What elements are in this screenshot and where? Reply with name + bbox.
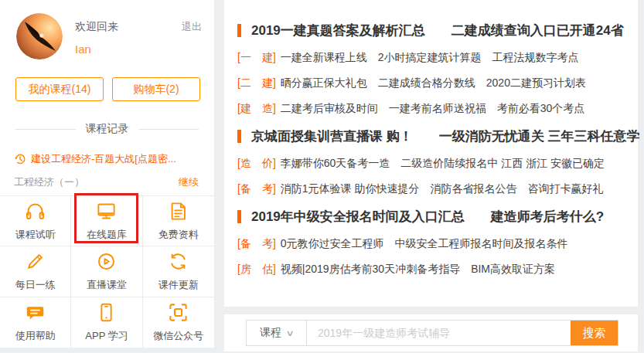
avatar[interactable] bbox=[16, 13, 63, 59]
headline-bar bbox=[237, 24, 241, 37]
feature-wechat-official-account[interactable]: 微信公众号 bbox=[143, 297, 214, 348]
feature-free-materials[interactable]: 免费资料 bbox=[143, 196, 214, 246]
news-section-3: 2019年中级安全报名时间及入口汇总 建造师考后考什么? [备 考] 0元教你过… bbox=[237, 208, 638, 277]
news-card: 2019一建真题答案及解析汇总 二建成绩查询入口已开通24省 [一 建] 一建全… bbox=[224, 0, 638, 307]
headline-text: 2019一建真题答案及解析汇总 二建成绩查询入口已开通24省 bbox=[251, 22, 624, 39]
feature-live-classroom[interactable]: 直播课堂 bbox=[71, 246, 142, 297]
play-circle-icon bbox=[96, 251, 117, 272]
last-course-name: 建设工程经济-百题大战[点题密... bbox=[31, 152, 176, 166]
refresh-icon bbox=[168, 251, 189, 272]
qr-scan-icon bbox=[168, 302, 189, 323]
feature-label: 每日一练 bbox=[15, 278, 56, 292]
feature-courseware-update[interactable]: 课件更新 bbox=[143, 246, 214, 297]
news-section-1: 2019一建真题答案及解析汇总 二建成绩查询入口已开通24省 [一 建] 一建全… bbox=[237, 22, 638, 116]
feature-app-learning[interactable]: APP 学习 bbox=[71, 297, 142, 348]
last-course-subrow: 工程经济（一） 继续 bbox=[14, 175, 199, 189]
feature-grid: 课程试听 在线题库 免费资料 bbox=[0, 195, 214, 348]
news-item[interactable]: [备 考] 0元教你过安全工程师 中级安全工程师报名时间及报名条件 bbox=[237, 236, 638, 251]
news-item-text: 视频|2019房估考前30天冲刺备考指导 BIM高效取证方案 bbox=[281, 262, 555, 277]
news-item-text: 消防1元体验课 助你快速提分 消防各省报名公告 咨询打卡赢好礼 bbox=[281, 182, 604, 196]
divider-line bbox=[139, 129, 199, 130]
last-course-chapter: 工程经济（一） bbox=[14, 175, 84, 189]
search-bar: 课程 ∨ 搜索 bbox=[246, 320, 618, 346]
course-record-title: 课程记录 bbox=[86, 122, 129, 136]
profile-text: 欢迎回来 Ian bbox=[75, 13, 182, 59]
feature-label: 微信公众号 bbox=[153, 329, 203, 343]
chevron-down-icon: ∨ bbox=[285, 328, 294, 338]
eagle-avatar-image bbox=[16, 13, 63, 59]
feature-label: APP 学习 bbox=[85, 329, 128, 343]
feature-label: 使用帮助 bbox=[15, 329, 56, 343]
news-tag: [一 建] bbox=[237, 50, 276, 65]
search-category-value: 课程 bbox=[260, 326, 281, 340]
welcome-text: 欢迎回来 bbox=[75, 20, 182, 34]
my-courses-button[interactable]: 我的课程(14) bbox=[15, 77, 104, 101]
search-button[interactable]: 搜索 bbox=[571, 321, 618, 345]
headline-bar bbox=[237, 210, 241, 223]
course-record-header: 课程记录 bbox=[15, 122, 199, 136]
news-tag: [备 考] bbox=[237, 236, 276, 251]
news-headline[interactable]: 2019年中级安全报名时间及入口汇总 建造师考后考什么? bbox=[237, 208, 638, 226]
news-item[interactable]: [房 估] 视频|2019房估考前30天冲刺备考指导 BIM高效取证方案 bbox=[237, 262, 638, 277]
news-item-text: 李娜带你60天备考一造 二级造价陆续报名中 江西 浙江 安徽已确定 bbox=[281, 156, 605, 171]
smartphone-icon bbox=[96, 302, 117, 323]
search-category-dropdown[interactable]: 课程 ∨ bbox=[247, 321, 307, 345]
feature-label: 课件更新 bbox=[158, 278, 199, 292]
news-tag: [建 造] bbox=[237, 101, 276, 116]
monitor-icon bbox=[96, 201, 117, 222]
news-tag: [二 建] bbox=[237, 76, 276, 90]
news-item[interactable]: [二 建] 晒分赢正保大礼包 二建成绩合格分数线 2020二建预习计划表 bbox=[237, 76, 638, 90]
cart-button[interactable]: 购物车(2) bbox=[112, 77, 200, 101]
search-card: 课程 ∨ 搜索 bbox=[224, 314, 638, 351]
news-item-text: 二建考后审核及时间 一建考前名师送祝福 考前必看30个考点 bbox=[281, 101, 585, 116]
user-panel: 欢迎回来 Ian 退出 我的课程(14) 购物车(2) 课程记录 建设工程经济-… bbox=[0, 0, 214, 348]
headline-text: 2019年中级安全报名时间及入口汇总 建造师考后考什么? bbox=[251, 208, 604, 226]
document-icon bbox=[168, 201, 189, 222]
news-item[interactable]: [备 考] 消防1元体验课 助你快速提分 消防各省报名公告 咨询打卡赢好礼 bbox=[237, 182, 638, 196]
profile-row: 欢迎回来 Ian 退出 bbox=[0, 0, 214, 59]
headline-bar bbox=[237, 130, 241, 143]
news-item-text: 0元教你过安全工程师 中级安全工程师报名时间及报名条件 bbox=[281, 236, 568, 251]
news-item[interactable]: [一 建] 一建全新课程上线 2小时搞定建筑计算题 工程法规数字考点 bbox=[237, 50, 638, 65]
news-headline[interactable]: 京城面授集训营直播课 购！ 一级消防无忧通关 三年三科任意学 bbox=[237, 127, 638, 145]
feature-label: 直播课堂 bbox=[87, 278, 127, 292]
pencil-icon bbox=[25, 251, 46, 272]
continue-link[interactable]: 继续 bbox=[179, 175, 199, 189]
action-buttons: 我的课程(14) 购物车(2) bbox=[15, 77, 200, 101]
news-item-text: 一建全新课程上线 2小时搞定建筑计算题 工程法规数字考点 bbox=[281, 50, 579, 65]
feature-label: 免费资料 bbox=[158, 228, 199, 242]
news-headline[interactable]: 2019一建真题答案及解析汇总 二建成绩查询入口已开通24省 bbox=[237, 22, 638, 39]
news-item[interactable]: [建 造] 二建考后审核及时间 一建考前名师送祝福 考前必看30个考点 bbox=[237, 101, 638, 116]
news-tag: [房 估] bbox=[237, 262, 276, 277]
feature-daily-practice[interactable]: 每日一练 bbox=[0, 246, 71, 297]
feature-label: 在线题库 bbox=[87, 228, 127, 242]
history-clock-icon bbox=[14, 153, 26, 165]
feature-help[interactable]: 使用帮助 bbox=[0, 297, 71, 348]
news-item[interactable]: [造 价] 李娜带你60天备考一造 二级造价陆续报名中 江西 浙江 安徽已确定 bbox=[237, 156, 638, 171]
feature-online-question-bank[interactable]: 在线题库 bbox=[71, 196, 142, 246]
news-section-2: 京城面授集训营直播课 购！ 一级消防无忧通关 三年三科任意学 [造 价] 李娜带… bbox=[237, 127, 638, 196]
username: Ian bbox=[75, 42, 182, 56]
news-tag: [备 考] bbox=[237, 182, 276, 196]
search-input[interactable] bbox=[307, 321, 571, 345]
headline-text: 京城面授集训营直播课 购！ 一级消防无忧通关 三年三科任意学 bbox=[251, 127, 639, 145]
page: 欢迎回来 Ian 退出 我的课程(14) 购物车(2) 课程记录 建设工程经济-… bbox=[0, 0, 644, 353]
headphones-icon bbox=[25, 201, 46, 222]
logout-link[interactable]: 退出 bbox=[182, 13, 202, 59]
chat-bubble-icon bbox=[25, 302, 46, 323]
feature-course-audition[interactable]: 课程试听 bbox=[0, 196, 71, 246]
last-course-link[interactable]: 建设工程经济-百题大战[点题密... bbox=[14, 152, 200, 166]
divider-line bbox=[15, 129, 76, 130]
feature-label: 课程试听 bbox=[15, 228, 56, 242]
news-item-text: 晒分赢正保大礼包 二建成绩合格分数线 2020二建预习计划表 bbox=[281, 76, 586, 90]
news-tag: [造 价] bbox=[237, 156, 276, 171]
